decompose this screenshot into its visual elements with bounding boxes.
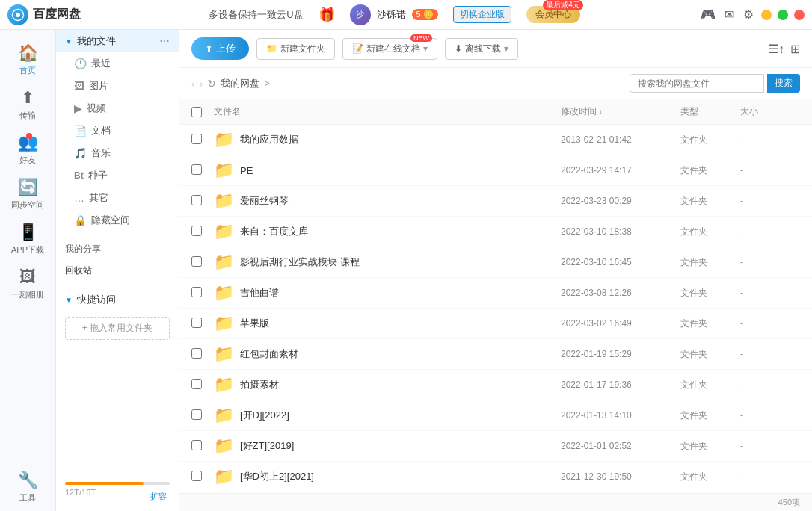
row-checkbox[interactable] xyxy=(191,287,202,297)
row-checkbox[interactable] xyxy=(191,134,202,144)
row-checkbox[interactable] xyxy=(191,348,202,359)
toolbar-right: ☰↕ ⊞ xyxy=(768,42,800,56)
sync-link[interactable]: 多设备保持一致云U盘 xyxy=(209,8,303,22)
video-icon: ▶ xyxy=(74,102,82,114)
file-size: - xyxy=(740,288,800,298)
new-online-arrow: ▾ xyxy=(423,43,428,54)
row-checkbox[interactable] xyxy=(191,379,202,389)
expand-storage-btn[interactable]: 扩容 xyxy=(147,488,170,505)
settings-icon[interactable]: ⚙ xyxy=(743,7,754,22)
close-btn[interactable]: ✕ xyxy=(794,10,805,20)
folder-icon: 📁 xyxy=(214,130,234,149)
search-btn[interactable]: 搜索 xyxy=(767,74,800,93)
file-size: - xyxy=(740,226,800,237)
vip-center-btn[interactable]: 会员中心 最后减4元 xyxy=(526,6,580,23)
sidebar-item-app[interactable]: 📱 APP下载 xyxy=(0,217,55,261)
window-controls: — □ ✕ xyxy=(761,10,805,20)
sidebar-item-transfer[interactable]: ⬆ 传输 xyxy=(0,82,55,127)
tree-item-picture[interactable]: 🖼 图片 xyxy=(56,75,179,97)
table-row[interactable]: 📁 来自：百度文库 2022-03-10 18:38 文件夹 - xyxy=(179,217,812,247)
file-name: [华D初上2][2021] xyxy=(240,470,314,483)
header-modified-col[interactable]: 修改时间 ↓ xyxy=(561,105,680,118)
tree-item-recent[interactable]: 🕐 最近 xyxy=(56,52,179,75)
sidebar-item-friend[interactable]: 👥 好友 xyxy=(0,127,55,172)
forward-btn[interactable]: › xyxy=(200,78,203,90)
upload-btn[interactable]: ⬆ 上传 xyxy=(191,37,249,60)
tree-divider-1 xyxy=(56,235,179,235)
row-checkbox[interactable] xyxy=(191,226,202,236)
table-row[interactable]: 📁 苹果版 2022-03-02 16:49 文件夹 - xyxy=(179,309,812,339)
row-checkbox-cell xyxy=(191,195,214,208)
select-all-checkbox[interactable] xyxy=(191,107,202,117)
header-size: 大小 xyxy=(740,105,758,118)
table-row[interactable]: 📁 红包封面素材 2022-01-19 15:29 文件夹 - xyxy=(179,339,812,370)
tree-item-video[interactable]: ▶ 视频 xyxy=(56,97,179,120)
minimize-btn[interactable]: — xyxy=(761,10,772,20)
refresh-btn[interactable]: ↻ xyxy=(207,78,216,90)
tree-item-hidden[interactable]: 🔒 隐藏空间 xyxy=(56,209,179,232)
file-name-cell: 📁 PE xyxy=(214,161,561,180)
picture-icon: 🖼 xyxy=(74,80,84,92)
back-btn[interactable]: ‹ xyxy=(191,78,195,90)
sidebar-item-album[interactable]: 🖼 一刻相册 xyxy=(0,261,55,306)
my-share-link[interactable]: 我的分享 xyxy=(56,238,179,260)
row-checkbox-cell xyxy=(191,409,214,422)
folder-icon: 📁 xyxy=(214,283,234,303)
my-files-header[interactable]: ▼ 我的文件 ⋯ xyxy=(56,30,179,52)
music-icon: 🎵 xyxy=(74,147,87,159)
new-folder-btn[interactable]: 📁 新建文件夹 xyxy=(256,38,335,60)
game-icon[interactable]: 🎮 xyxy=(701,7,716,22)
table-row[interactable]: 📁 [开D][2022] 2022-01-13 14:10 文件夹 - xyxy=(179,400,812,431)
search-input[interactable] xyxy=(630,74,764,93)
folder-icon: 📁 xyxy=(214,191,234,211)
maximize-btn[interactable]: □ xyxy=(778,10,788,20)
list-view-btn[interactable]: ☰↕ xyxy=(768,42,784,56)
new-doc-badge: NEW xyxy=(410,34,432,42)
sidebar-item-sync[interactable]: 🔄 同步空间 xyxy=(0,172,55,217)
sidebar-item-home[interactable]: 🏠 首页 xyxy=(0,37,55,82)
tree-item-other[interactable]: … 其它 xyxy=(56,187,179,209)
file-name: PE xyxy=(240,165,253,176)
table-row[interactable]: 📁 我的应用数据 2013-02-21 01:42 文件夹 - xyxy=(179,125,812,155)
row-checkbox[interactable] xyxy=(191,195,202,205)
mail-icon[interactable]: ✉ xyxy=(725,7,734,22)
folder-icon: 📁 xyxy=(214,222,234,241)
table-row[interactable]: 📁 吉他曲谱 2022-03-08 12:26 文件夹 - xyxy=(179,278,812,309)
friend-notification-dot xyxy=(26,133,32,139)
table-row[interactable]: 📁 PE 2022-03-29 14:17 文件夹 - xyxy=(179,155,812,186)
tree-item-doc[interactable]: 📄 文档 xyxy=(56,120,179,142)
path-root[interactable]: 我的网盘 xyxy=(221,77,259,90)
sidebar-transfer-label: 传输 xyxy=(19,110,36,121)
row-checkbox[interactable] xyxy=(191,409,202,420)
file-type: 文件夹 xyxy=(680,409,740,422)
offline-download-btn[interactable]: ⬇ 离线下载 ▾ xyxy=(445,38,518,60)
file-name-cell: 📁 [开D][2022] xyxy=(214,406,561,425)
add-favorite-btn[interactable]: + 拖入常用文件夹 xyxy=(65,317,170,340)
table-row[interactable]: 📁 [好ZT][2019] 2022-01-01 02:52 文件夹 - xyxy=(179,431,812,462)
row-checkbox[interactable] xyxy=(191,471,202,481)
quick-access-header[interactable]: ▼ 快捷访问 xyxy=(56,288,179,311)
table-row[interactable]: 📁 拍摄素材 2022-01-17 19:36 文件夹 - xyxy=(179,370,812,400)
row-checkbox[interactable] xyxy=(191,164,202,175)
app-name: 百度网盘 xyxy=(33,7,81,22)
row-checkbox[interactable] xyxy=(191,440,202,450)
switch-enterprise-btn[interactable]: 切换企业版 xyxy=(453,6,511,23)
file-name: 苹果版 xyxy=(240,317,269,330)
file-name-cell: 📁 拍摄素材 xyxy=(214,375,561,394)
tree-item-music[interactable]: 🎵 音乐 xyxy=(56,142,179,164)
tree-item-seed[interactable]: Bt 种子 xyxy=(56,164,179,187)
other-label: 其它 xyxy=(89,191,108,205)
table-row[interactable]: 📁 [华D初上2][2021] 2021-12-30 19:50 文件夹 - xyxy=(179,462,812,492)
table-row[interactable]: 📁 影视后期行业实战模块 课程 2022-03-10 16:45 文件夹 - xyxy=(179,247,812,278)
grid-view-btn[interactable]: ⊞ xyxy=(790,42,800,56)
recycle-bin-link[interactable]: 回收站 xyxy=(56,260,179,282)
path-separator: > xyxy=(264,78,270,89)
new-online-doc-btn[interactable]: 📝 新建在线文档 NEW ▾ xyxy=(342,38,437,60)
table-row[interactable]: 📁 爱丽丝钢琴 2022-03-23 00:29 文件夹 - xyxy=(179,186,812,217)
my-files-more-icon[interactable]: ⋯ xyxy=(159,35,170,47)
row-checkbox[interactable] xyxy=(191,256,202,267)
doc-outline-icon: 📝 xyxy=(352,43,363,54)
new-folder-label: 新建文件夹 xyxy=(280,43,325,55)
row-checkbox[interactable] xyxy=(191,318,202,328)
sidebar-item-tools[interactable]: 🔧 工具 xyxy=(0,465,55,511)
